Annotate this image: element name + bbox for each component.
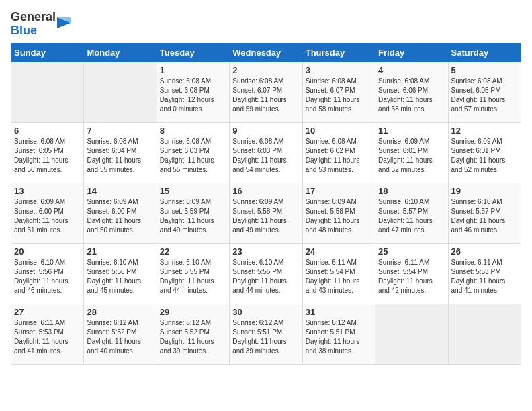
calendar-cell: 17Sunrise: 6:09 AMSunset: 5:58 PMDayligh… xyxy=(302,183,375,243)
calendar-cell: 31Sunrise: 6:12 AMSunset: 5:51 PMDayligh… xyxy=(302,304,375,364)
day-info: Sunrise: 6:10 AMSunset: 5:57 PMDaylight:… xyxy=(451,197,518,235)
day-info: Sunrise: 6:08 AMSunset: 6:08 PMDaylight:… xyxy=(160,77,226,114)
calendar-cell: 24Sunrise: 6:11 AMSunset: 5:54 PMDayligh… xyxy=(302,243,375,304)
calendar-cell: 11Sunrise: 6:09 AMSunset: 6:01 PMDayligh… xyxy=(375,122,448,183)
day-info: Sunrise: 6:11 AMSunset: 5:54 PMDaylight:… xyxy=(378,258,445,295)
day-info: Sunrise: 6:08 AMSunset: 6:05 PMDaylight:… xyxy=(451,77,518,114)
day-info: Sunrise: 6:09 AMSunset: 6:01 PMDaylight:… xyxy=(451,137,518,175)
calendar-cell: 15Sunrise: 6:09 AMSunset: 5:59 PMDayligh… xyxy=(157,183,229,243)
calendar-cell: 19Sunrise: 6:10 AMSunset: 5:57 PMDayligh… xyxy=(448,183,521,243)
day-number: 17 xyxy=(306,186,372,196)
day-number: 19 xyxy=(451,186,518,196)
day-info: Sunrise: 6:09 AMSunset: 5:58 PMDaylight:… xyxy=(232,197,299,235)
calendar-cell: 22Sunrise: 6:10 AMSunset: 5:55 PMDayligh… xyxy=(157,243,229,304)
calendar-cell: 6Sunrise: 6:08 AMSunset: 6:05 PMDaylight… xyxy=(11,122,84,183)
calendar-cell: 8Sunrise: 6:08 AMSunset: 6:03 PMDaylight… xyxy=(157,122,229,183)
weekday-header-tuesday: Tuesday xyxy=(157,43,229,62)
day-number: 5 xyxy=(451,65,518,75)
day-info: Sunrise: 6:09 AMSunset: 6:00 PMDaylight:… xyxy=(87,197,153,235)
calendar-cell: 26Sunrise: 6:11 AMSunset: 5:53 PMDayligh… xyxy=(448,243,521,304)
calendar-cell: 7Sunrise: 6:08 AMSunset: 6:04 PMDaylight… xyxy=(84,122,157,183)
calendar-cell: 27Sunrise: 6:11 AMSunset: 5:53 PMDayligh… xyxy=(11,304,84,364)
day-info: Sunrise: 6:08 AMSunset: 6:03 PMDaylight:… xyxy=(160,137,226,175)
calendar-cell: 12Sunrise: 6:09 AMSunset: 6:01 PMDayligh… xyxy=(448,122,521,183)
day-number: 29 xyxy=(160,307,226,317)
day-number: 6 xyxy=(14,126,81,136)
calendar-cell: 14Sunrise: 6:09 AMSunset: 6:00 PMDayligh… xyxy=(84,183,157,243)
day-info: Sunrise: 6:09 AMSunset: 5:58 PMDaylight:… xyxy=(306,197,372,235)
day-number: 23 xyxy=(232,246,299,257)
day-number: 28 xyxy=(87,307,153,317)
day-number: 2 xyxy=(232,65,299,75)
day-info: Sunrise: 6:10 AMSunset: 5:55 PMDaylight:… xyxy=(160,258,226,295)
calendar-cell: 23Sunrise: 6:10 AMSunset: 5:55 PMDayligh… xyxy=(230,243,302,304)
calendar-table: SundayMondayTuesdayWednesdayThursdayFrid… xyxy=(11,43,521,365)
calendar-cell: 16Sunrise: 6:09 AMSunset: 5:58 PMDayligh… xyxy=(230,183,302,243)
day-number: 7 xyxy=(87,126,153,136)
day-info: Sunrise: 6:11 AMSunset: 5:54 PMDaylight:… xyxy=(306,258,372,295)
day-info: Sunrise: 6:09 AMSunset: 6:00 PMDaylight:… xyxy=(14,197,81,235)
logo: General Blue xyxy=(11,11,76,38)
day-number: 31 xyxy=(306,307,372,317)
calendar-week-row: 20Sunrise: 6:10 AMSunset: 5:56 PMDayligh… xyxy=(11,243,521,304)
day-info: Sunrise: 6:08 AMSunset: 6:06 PMDaylight:… xyxy=(378,77,445,114)
day-info: Sunrise: 6:12 AMSunset: 5:51 PMDaylight:… xyxy=(232,318,299,356)
calendar-week-row: 6Sunrise: 6:08 AMSunset: 6:05 PMDaylight… xyxy=(11,122,521,183)
weekday-header-thursday: Thursday xyxy=(302,43,375,62)
calendar-cell: 9Sunrise: 6:08 AMSunset: 6:03 PMDaylight… xyxy=(230,122,302,183)
logo-blue-text: Blue xyxy=(11,24,37,37)
day-info: Sunrise: 6:08 AMSunset: 6:05 PMDaylight:… xyxy=(14,137,81,175)
calendar-cell: 1Sunrise: 6:08 AMSunset: 6:08 PMDaylight… xyxy=(157,62,229,122)
day-info: Sunrise: 6:08 AMSunset: 6:04 PMDaylight:… xyxy=(87,137,153,175)
logo-general-text: General xyxy=(11,10,56,24)
day-info: Sunrise: 6:11 AMSunset: 5:53 PMDaylight:… xyxy=(451,258,518,295)
calendar-cell: 4Sunrise: 6:08 AMSunset: 6:06 PMDaylight… xyxy=(375,62,448,122)
day-info: Sunrise: 6:12 AMSunset: 5:52 PMDaylight:… xyxy=(160,318,226,356)
calendar-cell: 18Sunrise: 6:10 AMSunset: 5:57 PMDayligh… xyxy=(375,183,448,243)
weekday-header-friday: Friday xyxy=(375,43,448,62)
calendar-cell: 2Sunrise: 6:08 AMSunset: 6:07 PMDaylight… xyxy=(230,62,302,122)
day-number: 8 xyxy=(160,126,226,136)
day-number: 14 xyxy=(87,186,153,196)
calendar-week-row: 27Sunrise: 6:11 AMSunset: 5:53 PMDayligh… xyxy=(11,304,521,364)
day-number: 30 xyxy=(232,307,299,317)
day-number: 25 xyxy=(378,246,445,257)
day-info: Sunrise: 6:09 AMSunset: 6:01 PMDaylight:… xyxy=(378,137,445,175)
day-info: Sunrise: 6:09 AMSunset: 5:59 PMDaylight:… xyxy=(160,197,226,235)
calendar-cell: 29Sunrise: 6:12 AMSunset: 5:52 PMDayligh… xyxy=(157,304,229,364)
day-number: 4 xyxy=(378,65,445,75)
weekday-header-wednesday: Wednesday xyxy=(230,43,302,62)
page-header: General Blue xyxy=(11,11,521,38)
day-info: Sunrise: 6:08 AMSunset: 6:07 PMDaylight:… xyxy=(306,77,372,114)
day-info: Sunrise: 6:11 AMSunset: 5:53 PMDaylight:… xyxy=(14,318,81,356)
weekday-header-monday: Monday xyxy=(84,43,157,62)
day-number: 15 xyxy=(160,186,226,196)
calendar-cell xyxy=(11,62,84,122)
day-number: 12 xyxy=(451,126,518,136)
day-number: 3 xyxy=(306,65,372,75)
calendar-cell xyxy=(448,304,521,364)
day-number: 18 xyxy=(378,186,445,196)
calendar-cell: 10Sunrise: 6:08 AMSunset: 6:02 PMDayligh… xyxy=(302,122,375,183)
calendar-cell: 21Sunrise: 6:10 AMSunset: 5:56 PMDayligh… xyxy=(84,243,157,304)
day-number: 11 xyxy=(378,126,445,136)
day-info: Sunrise: 6:08 AMSunset: 6:07 PMDaylight:… xyxy=(232,77,299,114)
day-number: 21 xyxy=(87,246,153,257)
day-number: 20 xyxy=(14,246,81,257)
calendar-cell xyxy=(84,62,157,122)
day-number: 1 xyxy=(160,65,226,75)
calendar-week-row: 13Sunrise: 6:09 AMSunset: 6:00 PMDayligh… xyxy=(11,183,521,243)
day-number: 27 xyxy=(14,307,81,317)
calendar-cell: 20Sunrise: 6:10 AMSunset: 5:56 PMDayligh… xyxy=(11,243,84,304)
calendar-cell: 13Sunrise: 6:09 AMSunset: 6:00 PMDayligh… xyxy=(11,183,84,243)
day-info: Sunrise: 6:10 AMSunset: 5:55 PMDaylight:… xyxy=(232,258,299,295)
day-info: Sunrise: 6:10 AMSunset: 5:57 PMDaylight:… xyxy=(378,197,445,235)
logo-arrow-icon xyxy=(57,11,76,35)
calendar-cell: 5Sunrise: 6:08 AMSunset: 6:05 PMDaylight… xyxy=(448,62,521,122)
calendar-header-row: SundayMondayTuesdayWednesdayThursdayFrid… xyxy=(11,43,521,62)
day-number: 9 xyxy=(232,126,299,136)
day-number: 26 xyxy=(451,246,518,257)
day-number: 22 xyxy=(160,246,226,257)
calendar-cell: 25Sunrise: 6:11 AMSunset: 5:54 PMDayligh… xyxy=(375,243,448,304)
calendar-cell: 28Sunrise: 6:12 AMSunset: 5:52 PMDayligh… xyxy=(84,304,157,364)
